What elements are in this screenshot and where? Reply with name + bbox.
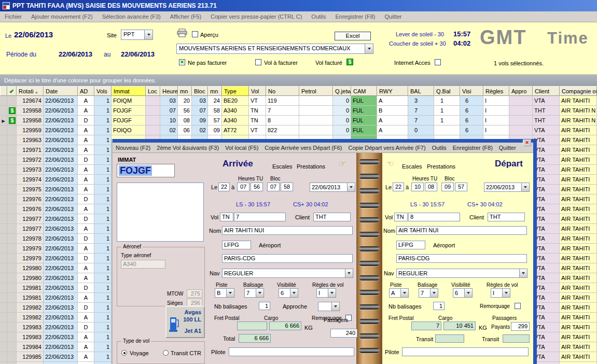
menu-item[interactable]: Enregistrer (F8) [450,143,496,152]
arrival-bloc-hour-input[interactable]: 07 [267,183,280,191]
transit-ctr-radio[interactable] [163,350,169,356]
column-header-regles[interactable]: Règles [483,86,509,96]
departure-hour-input[interactable]: 10 [411,183,424,191]
type-aeronef-input[interactable]: A340 [121,260,165,269]
column-header-type[interactable]: Type [222,86,249,96]
menu-item[interactable]: Outils [307,12,330,21]
menu-item[interactable]: Afficher (F5) [165,12,206,21]
dropdown-button[interactable] [331,302,339,311]
menu-item[interactable]: Outils [429,143,450,152]
internet-acces-checkbox[interactable] [435,59,441,65]
dropdown-button[interactable] [345,269,353,277]
departure-fret-input[interactable]: 7 [411,321,441,330]
immat-listbox[interactable] [117,183,204,242]
menu-item[interactable]: Copie Arrivée vers Départ (F6) [261,143,345,152]
departure-tab-escales[interactable]: Escales [402,163,422,170]
arrival-bloc-minute-input[interactable]: 58 [281,183,293,191]
arrival-tab-escales[interactable]: Escales [272,163,293,170]
table-row[interactable]: $12995822/06/2013A1FOJGF07560758A340TN70… [0,106,597,116]
dropdown-button[interactable] [519,269,527,277]
group-by-bar[interactable]: Déplacer ici le titre d'une colonne pour… [0,75,597,86]
menu-item[interactable]: Fichier [0,12,26,21]
arrival-hour-input[interactable]: 07 [237,183,249,191]
vol-facture-paid-icon[interactable]: $ [346,59,353,65]
column-header-mn2[interactable]: mn [208,86,222,96]
arrival-date-select[interactable]: 22/06/2013 [310,183,355,192]
departure-vol-code-input[interactable]: TN [394,213,408,221]
departure-airport-code-input[interactable]: LFPG [396,241,425,249]
arrival-piste-select[interactable]: B [215,288,234,298]
column-header-mn1[interactable]: mn [178,86,192,96]
menu-item[interactable]: Copier vers presse-papier (CTRL C) [206,12,307,21]
arrival-approche-select[interactable] [318,302,340,311]
dropdown-button[interactable] [226,289,234,297]
arrival-vol-no-input[interactable]: 7 [234,213,286,221]
departure-client-input[interactable]: THT [488,213,525,221]
arrival-balisage-select[interactable]: 7 [244,288,264,298]
dropdown-button[interactable] [430,289,438,297]
dropdown-button[interactable] [365,44,373,53]
menu-item[interactable]: Vol local (F5) [222,143,261,152]
column-header-qjetw[interactable]: Q.jetw [333,86,351,96]
departure-nom-input[interactable]: AIR TAHITI NUI [396,226,527,235]
arrival-airport-name-input[interactable]: PARIS-CDG [222,254,353,263]
column-header-qbal[interactable]: Q.Bal [434,86,460,96]
departure-tab-prestations[interactable]: Prestations [427,163,455,170]
dropdown-button[interactable] [328,289,336,297]
departure-airport-name-input[interactable]: PARIS-CDG [396,254,527,263]
column-header-client[interactable]: Client [533,86,560,96]
departure-minute-input[interactable]: 08 [425,183,437,191]
arrival-visibilite-select[interactable]: 6 [279,288,298,298]
arrival-nav-select[interactable]: REGULIER [222,269,353,278]
column-header-loc[interactable]: Loc [146,86,160,96]
departure-piste-select[interactable]: A [389,288,409,298]
menu-item[interactable]: 2ème Vol &suivants (F3) [154,143,222,152]
column-header-date[interactable]: Date [44,86,78,96]
departure-regles-select[interactable]: I [491,288,510,298]
menu-item[interactable]: Enregistrer (F8) [330,12,380,21]
voyage-radio[interactable] [121,350,127,356]
menu-item[interactable]: Quitter [496,143,519,152]
ne-pas-facturer-checkbox[interactable] [179,59,185,65]
departure-nb-balisages-input[interactable]: 1 [433,302,445,310]
immat-input[interactable]: FOJGF [117,164,175,177]
arrival-pilote-input[interactable] [229,347,354,356]
table-row[interactable]: 12967422/06/2013A1FOIQM03200324BE20VT119… [0,96,597,106]
menu-item[interactable]: Copie Départ vers Arrivée (F7) [345,143,428,152]
title-bar[interactable]: PPT TAHITI FAAA (MVS) SAISIE DES MOUVEME… [0,0,597,11]
departure-day-input[interactable]: 22 [393,183,404,191]
table-row[interactable]: ▶$12995822/06/2013D1FOJGF10080957A340TN8… [0,116,597,125]
menu-item[interactable]: Sélection avancée (F3) [98,12,165,21]
arrival-minute-input[interactable]: 56 [251,183,263,191]
hand-right-icon[interactable]: ☞ [339,159,346,169]
departure-visibilite-select[interactable]: 6 [453,288,473,298]
departure-cargo-input[interactable]: 10 451 [443,321,476,330]
dropdown-button[interactable] [290,289,298,297]
menu-item[interactable]: Ajouter mouvement (F2) [26,12,98,21]
departure-pilote-input[interactable] [402,347,529,356]
departure-transit2-input[interactable] [503,334,530,343]
column-header-heure[interactable]: Heure [160,86,178,96]
departure-date-select[interactable]: 22/06/2013 [484,183,530,192]
departure-nav-select[interactable]: REGULIER [396,269,527,278]
dropdown-button[interactable] [347,183,355,191]
departure-remorquage-checkbox[interactable] [515,303,521,309]
dropdown-button[interactable] [144,30,152,39]
dropdown-button[interactable] [400,289,408,297]
departure-vol-no-input[interactable]: 8 [408,213,460,221]
departure-balisage-select[interactable]: 7 [419,288,438,298]
dialog-title-bar[interactable] [113,139,533,143]
column-header-vol[interactable]: Vol [249,86,266,96]
vol-a-facturer-checkbox[interactable] [255,59,261,65]
arrival-nb-balisages-input[interactable]: 1 [259,302,270,310]
excel-button[interactable]: Excel [335,32,371,40]
arrival-passagers-input[interactable]: 240 [330,329,357,338]
hand-left-icon[interactable]: ☜ [386,159,394,169]
column-header-chk[interactable]: ✔ [7,86,17,96]
column-header-cam[interactable]: CAM [351,86,377,96]
column-header-immat[interactable]: Immat [112,86,146,96]
menu-item[interactable]: Nouveau (F2) [113,143,154,152]
dropdown-button[interactable] [256,289,263,297]
dialog-close-button[interactable]: ✕ [523,139,531,146]
arrival-tab-prestations[interactable]: Prestations [297,163,325,170]
